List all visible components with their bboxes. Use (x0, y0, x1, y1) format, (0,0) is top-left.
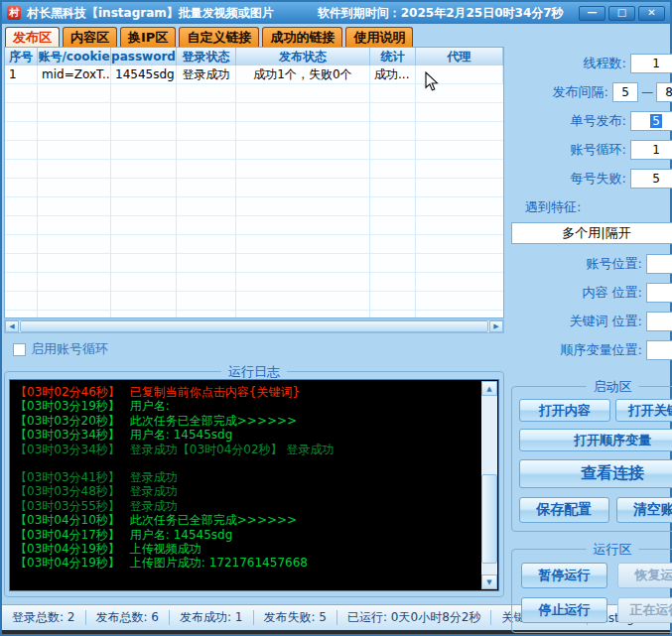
content-pos-row: 内容 位置: (511, 283, 672, 303)
col-header-stats: 统计 (370, 48, 416, 65)
save-config-button[interactable]: 保存配置 (519, 497, 609, 523)
col-header-proxy: 代理 (416, 48, 503, 65)
interval-dash: — (638, 85, 656, 99)
log-entry: 【03时03分20秒】此次任务已全部完成>>>>>> (15, 414, 477, 428)
cell-stats: 成功... (370, 65, 416, 84)
tab-change-ip[interactable]: 换IP区 (120, 27, 176, 47)
fail-per-account-input[interactable] (630, 169, 672, 189)
table-header-row: 序号 账号/cookie password 登录状态 发布状态 统计 代理 (5, 48, 503, 65)
start-group-title: 启动区 (587, 378, 639, 396)
scroll-left-icon[interactable]: ◀ (5, 320, 19, 332)
maximize-button[interactable]: □ (608, 6, 635, 21)
table-empty-rows (5, 84, 503, 318)
expiry-label: 软件到期时间：2025年2月25日0时34分7秒 (318, 5, 564, 22)
stop-run-button[interactable]: 停止运行 (521, 597, 607, 623)
threads-label: 线程数: (511, 55, 630, 72)
titlebar: 村 村长黑科技【instagram】批量发视频或图片 软件到期时间：2025年2… (2, 2, 670, 24)
enable-account-loop-label: 启用账号循环 (31, 340, 108, 358)
log-vertical-scrollbar[interactable]: ▲ ▼ (481, 381, 497, 589)
scroll-right-icon[interactable]: ▶ (489, 320, 503, 332)
account-pos-label: 账号位置: (511, 255, 646, 273)
tab-bar: 发布区 内容区 换IP区 自定义链接 成功的链接 使用说明 (2, 24, 670, 47)
status-publish-success: 发布成功: 1 (170, 610, 254, 625)
run-log-group: 运行日志 【03时02分46秒】已复制当前你点击内容{关键词} 【03时03分1… (4, 371, 504, 597)
log-entry: 【03时04分19秒】上传视频成功 (15, 542, 477, 556)
fail-per-account-label: 每号失败: (511, 170, 630, 188)
tab-custom-links[interactable]: 自定义链接 (179, 27, 259, 47)
vscroll-track[interactable] (481, 396, 497, 574)
interval-label: 发布间隔: (511, 83, 612, 101)
feature-row: 换号 (511, 222, 672, 244)
content-pos-input[interactable] (646, 283, 672, 303)
scroll-down-icon[interactable]: ▼ (481, 574, 497, 589)
col-header-account: 账号/cookie (38, 48, 111, 65)
log-entry: 【03时02分46秒】已复制当前你点击内容{关键词} (15, 385, 477, 399)
log-entry: 【03时03分19秒】用户名: (15, 399, 477, 413)
accounts-table: 序号 账号/cookie password 登录状态 发布状态 统计 代理 1 … (4, 47, 504, 318)
status-run-time: 已运行: 0天0小时8分2秒 (337, 610, 491, 625)
account-loop-input[interactable] (630, 140, 672, 160)
content-pos-label: 内容 位置: (511, 284, 646, 302)
resume-run-button[interactable]: 恢复运行 (617, 563, 672, 588)
table-horizontal-scrollbar[interactable]: ◀ ▶ (4, 319, 504, 333)
window-controls: — □ ✕ (579, 6, 665, 21)
open-seq-var-button[interactable]: 打开顺序变量 (519, 429, 672, 451)
threads-input[interactable] (630, 54, 672, 73)
run-group: 运行区 暂停运行 恢复运行 停止运行 正在运行.. (511, 549, 672, 633)
keyword-pos-input[interactable] (646, 312, 672, 331)
vscroll-thumb[interactable] (481, 474, 497, 564)
per-account-row: 单号发布: 5 个 (511, 111, 672, 131)
log-entry: 【03时03分41秒】登录成功 (15, 470, 477, 484)
feature-input[interactable] (511, 222, 672, 244)
tab-help[interactable]: 使用说明 (345, 27, 413, 47)
account-pos-input[interactable] (646, 254, 672, 274)
cell-publish-status: 成功1个，失败0个 (236, 65, 370, 84)
per-account-input[interactable]: 5 (630, 111, 672, 131)
cell-account: mid=ZoxT... (38, 65, 111, 84)
open-keywords-button[interactable]: 打开关键词 (615, 399, 672, 422)
view-links-button[interactable]: 查看连接 (519, 459, 672, 488)
col-header-login-status: 登录状态 (177, 48, 236, 65)
log-entry: 【03时03分34秒】用户名: 14545sdg (15, 428, 477, 442)
status-publish-total: 发布总数: 6 (86, 610, 171, 625)
interval-row: 发布间隔: — 秒 (511, 82, 672, 102)
threads-row: 线程数: 个 (511, 54, 672, 73)
col-header-publish-status: 发布状态 (236, 48, 370, 65)
seq-var-pos-label: 顺序变量位置: (511, 341, 646, 359)
scroll-up-icon[interactable]: ▲ (481, 381, 497, 396)
seq-var-pos-input[interactable] (646, 340, 672, 360)
account-pos-row: 账号位置: (511, 254, 672, 274)
keyword-pos-label: 关键词 位置: (511, 313, 646, 330)
interval-min-input[interactable] (612, 82, 638, 102)
interval-max-input[interactable] (656, 82, 672, 102)
cell-password: 14545sdg (111, 65, 177, 84)
open-content-button[interactable]: 打开内容 (519, 399, 610, 422)
cell-seq: 1 (5, 65, 38, 84)
close-button[interactable]: ✕ (638, 6, 665, 21)
running-status-button: 正在运行.. (617, 597, 672, 623)
app-icon: 村 (7, 6, 21, 20)
pause-run-button[interactable]: 暂停运行 (521, 563, 607, 588)
account-loop-label: 账号循环: (511, 141, 630, 159)
minimize-button[interactable]: — (579, 6, 605, 21)
log-entry: 【03时04分10秒】此次任务已全部完成>>>>>> (15, 513, 477, 527)
enable-account-loop-checkbox[interactable] (13, 343, 26, 356)
enable-account-loop-row: 启用账号循环 (13, 340, 504, 358)
log-entry: 【03时03分55秒】登录成功 (15, 499, 477, 513)
status-publish-fail: 发布失败: 5 (254, 610, 338, 625)
log-entry: 【03时03分34秒】登录成功【03时04分02秒】 登录成功 (15, 443, 477, 456)
app-window: 村 村长黑科技【instagram】批量发视频或图片 软件到期时间：2025年2… (0, 0, 672, 636)
per-account-label: 单号发布: (511, 112, 630, 130)
table-row[interactable]: 1 mid=ZoxT... 14545sdg 登录成功 成功1个，失败0个 成功… (5, 65, 503, 84)
fail-per-account-row: 每号失败: 换号 (511, 169, 672, 189)
clear-accounts-button[interactable]: 清空账号 (616, 497, 672, 523)
tab-content[interactable]: 内容区 (63, 27, 117, 47)
tab-success-links[interactable]: 成功的链接 (262, 27, 342, 47)
hscroll-thumb[interactable] (20, 320, 488, 332)
start-group: 启动区 打开内容 打开关键词 打开顺序变量 查看连接 保存配置 清空账号 (511, 386, 672, 532)
col-header-seq: 序号 (5, 48, 38, 65)
tab-publish[interactable]: 发布区 (5, 27, 60, 47)
run-group-title: 运行区 (587, 541, 639, 559)
col-header-password: password (111, 48, 177, 65)
log-entry: 【03时03分48秒】登录成功 (15, 484, 477, 498)
